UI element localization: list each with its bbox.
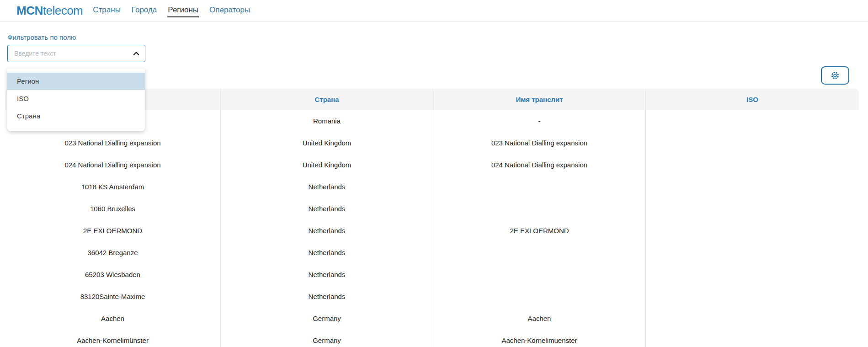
table-cell (646, 285, 859, 307)
column-header-name-translit[interactable]: Имя транслит (433, 89, 646, 110)
table-cell: Aachen-Kornelimuenster (433, 329, 646, 347)
table-body: Romania-023 National Dialling expansionU… (5, 110, 859, 347)
nav-item-regions[interactable]: Регионы (167, 5, 199, 17)
table-cell: Netherlands (221, 285, 433, 307)
table-row[interactable]: 1018 KS AmsterdamNetherlands (5, 176, 859, 198)
table-cell: 2E EXLOERMOND (5, 219, 221, 241)
table-cell: 024 National Dialling expansion (433, 154, 646, 176)
table-cell (646, 176, 859, 198)
table-cell: Netherlands (221, 176, 433, 198)
table-cell (646, 307, 859, 329)
table-cell (433, 285, 646, 307)
nav-item-countries[interactable]: Страны (92, 5, 121, 17)
nav-item-cities[interactable]: Города (131, 5, 157, 17)
filter-input[interactable] (8, 50, 130, 57)
table-row[interactable]: 024 National Dialling expansionUnited Ki… (5, 154, 859, 176)
table-cell: 024 National Dialling expansion (5, 154, 221, 176)
table-cell (646, 219, 859, 241)
table-cell (433, 241, 646, 263)
table-cell (646, 154, 859, 176)
table-cell: Aachen (5, 307, 221, 329)
table-cell (646, 263, 859, 285)
table-cell: 023 National Dialling expansion (433, 132, 646, 154)
filter-combobox[interactable] (7, 45, 145, 62)
brand-logo-bold: MCN (16, 4, 43, 17)
table-cell: Aachen (433, 307, 646, 329)
table-cell: - (433, 110, 646, 132)
table-cell (646, 132, 859, 154)
table-cell: United Kingdom (221, 132, 433, 154)
main-nav: Страны Города Регионы Операторы (92, 5, 250, 17)
table-cell: 1060 Bruxelles (5, 198, 221, 219)
table-row[interactable]: 36042 BreganzeNetherlands (5, 241, 859, 263)
table-cell: 2E EXLOERMOND (433, 219, 646, 241)
column-header-iso[interactable]: ISO (646, 89, 859, 110)
table-cell: 65203 Wiesbaden (5, 263, 221, 285)
table-row[interactable]: 023 National Dialling expansionUnited Ki… (5, 132, 859, 154)
table-cell: Netherlands (221, 198, 433, 219)
brand-logo[interactable]: MCNtelecom (16, 4, 83, 18)
table-row[interactable]: 2E EXLOERMONDNetherlands2E EXLOERMOND (5, 219, 859, 241)
table-row[interactable]: 65203 WiesbadenNetherlands (5, 263, 859, 285)
chevron-up-icon[interactable] (130, 48, 142, 59)
table-row[interactable]: 83120Sainte-MaximeNetherlands (5, 285, 859, 307)
table-cell: Romania (221, 110, 433, 132)
top-bar: MCNtelecom Страны Города Регионы Операто… (0, 0, 868, 22)
filter-options-dropdown: Регион ISO Страна (7, 69, 145, 131)
table-cell: Netherlands (221, 241, 433, 263)
table-row[interactable]: Aachen-KornelimünsterGermanyAachen-Korne… (5, 329, 859, 347)
table-cell: Aachen-Kornelimünster (5, 329, 221, 347)
column-header-country[interactable]: Страна (221, 89, 433, 110)
option-iso[interactable]: ISO (7, 90, 145, 107)
table-cell: United Kingdom (221, 154, 433, 176)
table-cell (433, 263, 646, 285)
option-region[interactable]: Регион (7, 73, 145, 90)
table-cell: 83120Sainte-Maxime (5, 285, 221, 307)
gear-icon (830, 70, 840, 80)
table-row[interactable]: 1060 BruxellesNetherlands (5, 198, 859, 219)
table-cell: Germany (221, 329, 433, 347)
filter-field-label: Фильтровать по полю (7, 33, 76, 41)
brand-logo-rest: telecom (43, 4, 83, 17)
table-cell: Germany (221, 307, 433, 329)
table-cell (646, 198, 859, 219)
table-cell: 36042 Breganze (5, 241, 221, 263)
table-cell (646, 110, 859, 132)
table-cell: Netherlands (221, 219, 433, 241)
table-cell (433, 176, 646, 198)
table-cell (646, 329, 859, 347)
table-cell: 023 National Dialling expansion (5, 132, 221, 154)
table-cell (646, 241, 859, 263)
table-settings-button[interactable] (821, 66, 849, 85)
table-cell: 1018 KS Amsterdam (5, 176, 221, 198)
table-row[interactable]: AachenGermanyAachen (5, 307, 859, 329)
nav-item-operators[interactable]: Операторы (209, 5, 250, 17)
table-cell: Netherlands (221, 263, 433, 285)
option-country[interactable]: Страна (7, 107, 145, 125)
table-cell (433, 198, 646, 219)
